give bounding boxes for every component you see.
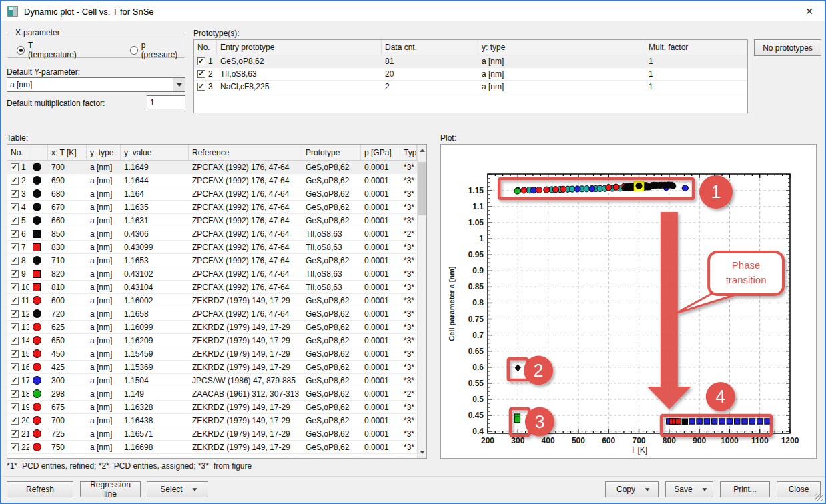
table-row[interactable]: 3680a [nm]1.164ZPCFAX (1992) 176, 47-64G… xyxy=(7,187,417,201)
resize-grip[interactable] xyxy=(815,493,823,501)
print-button[interactable]: Print... xyxy=(720,481,770,497)
column-header[interactable]: Entry prototype xyxy=(217,40,382,55)
column-header[interactable]: p [GPa] xyxy=(361,145,400,160)
table-row[interactable]: 2690a [nm]1.1644ZPCFAX (1992) 176, 47-64… xyxy=(7,174,417,187)
row-checkbox[interactable] xyxy=(197,57,205,65)
row-marker-cell xyxy=(29,241,48,253)
column-header[interactable]: y: type xyxy=(87,145,121,160)
x-value: 850 xyxy=(48,227,87,240)
column-header[interactable]: Reference xyxy=(189,145,302,160)
scrollbar-up-button[interactable] xyxy=(418,145,427,156)
row-checkbox[interactable] xyxy=(197,83,205,91)
row-checkbox[interactable] xyxy=(11,203,19,211)
row-checkbox[interactable] xyxy=(11,323,19,331)
row-checkbox[interactable] xyxy=(11,230,19,238)
prototype-row[interactable]: 2TlI,oS8,6320a [nm]1 xyxy=(194,68,747,81)
table-row[interactable]: 16425a [nm]1.15369ZEKRDZ (1979) 149, 17-… xyxy=(7,361,417,374)
table-row[interactable]: 1700a [nm]1.1649ZPCFAX (1992) 176, 47-64… xyxy=(7,161,417,174)
row-checkbox[interactable] xyxy=(11,377,19,385)
mult-factor-input[interactable] xyxy=(147,95,185,109)
table-row[interactable]: 18298a [nm]1.149ZAACAB (1961) 312, 307-3… xyxy=(7,387,417,401)
scrollbar-thumb[interactable] xyxy=(418,162,426,215)
row-checkbox[interactable] xyxy=(11,430,19,438)
plot-canvas[interactable]: 2003004005006007008009001000110012000.40… xyxy=(441,145,816,458)
svg-text:700: 700 xyxy=(632,436,645,445)
column-header[interactable]: Mult. factor xyxy=(645,40,747,55)
reference: ZPCFAX (1992) 176, 47-64 xyxy=(189,254,302,267)
column-header[interactable]: No. xyxy=(7,145,29,160)
refresh-button[interactable]: Refresh xyxy=(7,481,73,497)
prototype: GeS,oP8,62 xyxy=(302,387,361,400)
select-split-button[interactable]: Select xyxy=(147,481,208,497)
radio-pressure-control[interactable] xyxy=(130,46,138,55)
radio-temperature[interactable]: T (temperature) xyxy=(17,41,79,59)
prototypes-table-header[interactable]: No.Entry prototypeData cnt.y: typeMult. … xyxy=(194,40,747,55)
save-split-button[interactable]: Save xyxy=(665,481,713,497)
table-row[interactable]: 21725a [nm]1.16571ZEKRDZ (1979) 149, 17-… xyxy=(7,427,417,441)
table-row[interactable]: 13625a [nm]1.16099ZEKRDZ (1979) 149, 17-… xyxy=(7,321,417,334)
y-type: a [nm] xyxy=(87,401,121,413)
table-row[interactable]: 12720a [nm]1.1658ZPCFAX (1992) 176, 47-6… xyxy=(7,307,417,321)
row-checkbox[interactable] xyxy=(11,363,19,371)
column-header[interactable]: Prototype xyxy=(302,145,361,160)
y-type: a [nm] xyxy=(478,81,645,93)
table-row[interactable]: 14650a [nm]1.16209ZEKRDZ (1979) 149, 17-… xyxy=(7,334,417,347)
row-checkbox[interactable] xyxy=(11,337,19,345)
table-row[interactable]: 19675a [nm]1.16328ZEKRDZ (1979) 149, 17-… xyxy=(7,401,417,414)
radio-pressure[interactable]: p (pressure) xyxy=(130,41,181,59)
row-checkbox[interactable] xyxy=(11,297,19,305)
scrollbar-down-button[interactable] xyxy=(418,447,427,458)
row-checkbox[interactable] xyxy=(11,243,19,251)
row-checkbox[interactable] xyxy=(11,390,19,398)
column-header[interactable]: Data cnt. xyxy=(382,40,478,55)
no-prototypes-button[interactable]: No prototypes xyxy=(754,39,821,56)
table-row[interactable]: 22750a [nm]1.16698ZEKRDZ (1979) 149, 17-… xyxy=(7,441,417,454)
table-row[interactable]: 17300a [nm]1.1504JPCSAW (1986) 47, 879-8… xyxy=(7,374,417,387)
prototype-row[interactable]: 3NaCl,cF8,2252a [nm]1 xyxy=(194,81,747,93)
reference: ZPCFAX (1992) 176, 47-64 xyxy=(189,227,302,240)
table-row[interactable]: 10810a [nm]0.43104ZPCFAX (1992) 176, 47-… xyxy=(7,281,417,294)
table-row[interactable]: 11600a [nm]1.16002ZEKRDZ (1979) 149, 17-… xyxy=(7,294,417,307)
close-icon[interactable]: ✕ xyxy=(794,1,825,21)
table-row[interactable]: 9820a [nm]0.43102ZPCFAX (1992) 176, 47-6… xyxy=(7,267,417,281)
row-checkbox[interactable] xyxy=(11,217,19,225)
row-checkbox[interactable] xyxy=(11,257,19,265)
svg-text:300: 300 xyxy=(511,436,524,445)
table-row[interactable]: 4670a [nm]1.1635ZPCFAX (1992) 176, 47-64… xyxy=(7,201,417,214)
row-checkbox[interactable] xyxy=(11,310,19,318)
column-header[interactable]: Type xyxy=(400,145,417,160)
copy-split-button[interactable]: Copy xyxy=(605,481,659,497)
regression-line-button[interactable]: Regression line xyxy=(80,481,141,497)
column-header[interactable] xyxy=(29,145,48,160)
row-checkbox[interactable] xyxy=(11,417,19,425)
prototype: GeS,oP8,62 xyxy=(302,401,361,413)
combo-dropdown-button[interactable] xyxy=(173,78,185,91)
column-header[interactable]: y: value xyxy=(121,145,189,160)
table-row[interactable]: 20700a [nm]1.16438ZEKRDZ (1979) 149, 17-… xyxy=(7,414,417,427)
column-header[interactable]: x: T [K] xyxy=(48,145,87,160)
pressure: 0.0001 xyxy=(361,361,400,373)
table-row[interactable]: 8710a [nm]1.1653ZPCFAX (1992) 176, 47-64… xyxy=(7,254,417,267)
column-header[interactable]: y: type xyxy=(478,40,645,55)
column-header[interactable]: No. xyxy=(194,40,217,55)
table-row[interactable]: 7830a [nm]0.43099ZPCFAX (1992) 176, 47-6… xyxy=(7,241,417,254)
data-table-header[interactable]: No.x: T [K]y: typey: valueReferenceProto… xyxy=(7,145,417,161)
entry-type: *2* xyxy=(400,227,417,240)
radio-temperature-control[interactable] xyxy=(17,46,25,55)
vertical-scrollbar[interactable] xyxy=(417,145,426,458)
row-checkbox[interactable] xyxy=(11,163,19,171)
row-checkbox[interactable] xyxy=(11,350,19,358)
table-row[interactable]: 15450a [nm]1.15459ZEKRDZ (1979) 149, 17-… xyxy=(7,347,417,361)
row-checkbox[interactable] xyxy=(11,177,19,185)
table-row[interactable]: 6850a [nm]0.4306ZPCFAX (1992) 176, 47-64… xyxy=(7,227,417,241)
row-checkbox[interactable] xyxy=(11,270,19,278)
prototype-row[interactable]: 1GeS,oP8,6281a [nm]1 xyxy=(194,55,747,68)
row-checkbox[interactable] xyxy=(11,443,19,451)
y-parameter-combobox[interactable]: a [nm] xyxy=(7,77,185,92)
pressure: 0.0001 xyxy=(361,441,400,453)
table-row[interactable]: 5660a [nm]1.1631ZPCFAX (1992) 176, 47-64… xyxy=(7,214,417,227)
row-checkbox[interactable] xyxy=(11,283,19,291)
row-checkbox[interactable] xyxy=(11,403,19,411)
row-checkbox[interactable] xyxy=(197,70,205,78)
row-checkbox[interactable] xyxy=(11,190,19,198)
